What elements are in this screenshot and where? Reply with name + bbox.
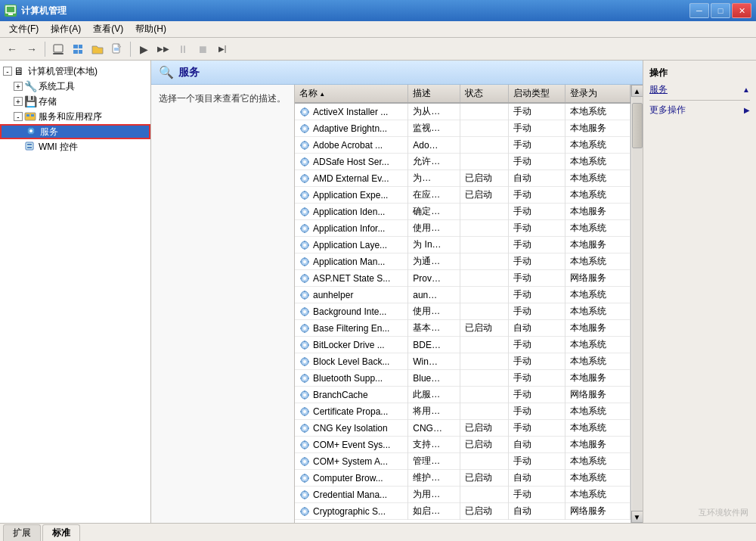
more-actions[interactable]: 更多操作 ▶ [649,104,750,117]
expand-system-tools[interactable]: + [14,82,23,91]
new-button[interactable] [108,40,126,58]
svg-point-150 [303,460,306,463]
storage-icon: 💾 [24,95,36,107]
watermark: 互环境软件网 [699,507,748,518]
table-row[interactable]: Application Expe... 在应… 已启动 手动 本地系统 [295,187,631,204]
restart-button[interactable]: ▶| [213,40,231,58]
table-row[interactable]: Certificate Propa... 将用… 手动 本地系统 [295,403,631,420]
svc-startup: 手动 [508,137,565,154]
svc-status: 已启动 [460,470,508,487]
table-row[interactable]: Background Inte... 使用… 手动 本地系统 [295,303,631,320]
menu-file[interactable]: 文件(F) [3,21,45,37]
col-header-startup[interactable]: 启动类型 [508,85,565,103]
expand-root[interactable]: - [3,67,12,76]
show-button[interactable] [69,40,87,58]
tree-item-services[interactable]: 服务 [0,124,150,139]
menu-bar: 文件(F) 操作(A) 查看(V) 帮助(H) [0,21,756,38]
minimize-button[interactable]: ─ [689,3,709,18]
table-row[interactable]: COM+ Event Sys... 支持… 已启动 自动 本地服务 [295,437,631,453]
play-button[interactable]: ▶ [135,40,153,58]
tree-item-system-tools[interactable]: + 🔧 系统工具 [0,79,150,94]
table-row[interactable]: ASP.NET State S... Prov… 手动 网络服务 [295,270,631,287]
menu-action[interactable]: 操作(A) [45,21,87,37]
table-row[interactable]: Application Iden... 确定… 手动 本地服务 [295,204,631,220]
table-row[interactable]: BitLocker Drive ... BDE… 手动 本地系统 [295,337,631,353]
tree-item-services-apps[interactable]: - 服务和应用程序 [0,109,150,124]
svc-name: Application Infor... [313,223,385,234]
table-row[interactable]: Cryptographic S... 如启… 已启动 自动 网络服务 [295,503,631,520]
service-icon [299,306,310,317]
col-header-login[interactable]: 登录为 [565,85,630,103]
tree-item-wmi[interactable]: WMI 控件 [0,139,150,154]
table-row[interactable]: Application Infor... 使用… 手动 本地系统 [295,220,631,237]
services-list-area: 选择一个项目来查看它的描述。 名称 描述 状态 启动类型 登录为 [151,85,643,523]
expand-services-apps[interactable]: - [14,112,23,121]
svc-desc: 支持… [408,437,460,453]
tab-expand[interactable]: 扩展 [3,524,41,541]
col-header-desc[interactable]: 描述 [408,85,460,103]
svg-point-126 [303,393,306,396]
scroll-down-arrow[interactable]: ▼ [631,511,643,523]
service-icon [299,423,310,434]
table-row[interactable]: CNG Key Isolation CNG… 已启动 手动 本地系统 [295,420,631,437]
svc-desc: Blue… [408,370,460,387]
stop-button[interactable]: ⏹ [194,40,212,58]
expand-storage[interactable]: + [14,97,23,106]
up-button[interactable] [49,40,67,58]
svc-status [460,103,508,120]
svg-point-72 [303,244,306,247]
pause-button[interactable]: ⏸ [174,40,192,58]
service-icon [299,190,310,201]
table-row[interactable]: COM+ System A... 管理… 手动 本地系统 [295,453,631,470]
menu-help[interactable]: 帮助(H) [129,21,172,37]
table-row[interactable]: AMD External Ev... 为… 已启动 自动 本地系统 [295,170,631,187]
svc-name-cell: Background Inte... [295,303,408,320]
folder-button[interactable] [88,40,107,58]
play2-button[interactable]: ▶▶ [154,40,172,58]
table-row[interactable]: aunhelper aun… 手动 本地系统 [295,287,631,303]
menu-view[interactable]: 查看(V) [87,21,129,37]
service-icon [299,223,310,234]
maximize-button[interactable]: □ [711,3,730,18]
window-title: 计算机管理 [21,5,689,17]
svc-login: 本地服务 [565,237,630,253]
back-button[interactable]: ← [3,40,21,58]
svc-name-cell: BranchCache [295,387,408,403]
table-row[interactable]: Base Filtering En... 基本… 已启动 自动 本地服务 [295,320,631,337]
table-row[interactable]: ActiveX Installer ... 为从… 手动 本地系统 [295,103,631,120]
svc-name-cell: AMD External Ev... [295,170,408,187]
tab-standard[interactable]: 标准 [42,524,80,541]
table-row[interactable]: ADSafe Host Ser... 允许… 手动 本地系统 [295,154,631,170]
svc-desc: 确定… [408,204,460,220]
table-row[interactable]: Computer Brow... 维护… 已启动 自动 本地系统 [295,470,631,487]
scroll-up-arrow[interactable]: ▲ [631,85,643,97]
tree-item-storage[interactable]: + 💾 存储 [0,94,150,109]
table-row[interactable]: Credential Mana... 为用… 手动 本地系统 [295,487,631,503]
col-header-status[interactable]: 状态 [460,85,508,103]
col-header-name[interactable]: 名称 [295,85,408,103]
svg-point-78 [303,260,306,263]
table-row[interactable]: Application Man... 为通… 手动 本地系统 [295,253,631,270]
window-controls: ─ □ ✕ [689,3,751,18]
table-row[interactable]: Application Laye... 为 In… 手动 本地服务 [295,237,631,253]
actions-panel: 操作 服务 ▲ 更多操作 ▶ [643,61,756,523]
table-row[interactable]: Bluetooth Supp... Blue… 手动 本地服务 [295,370,631,387]
services-table-wrapper[interactable]: 名称 描述 状态 启动类型 登录为 [295,85,631,523]
svc-startup: 手动 [508,453,565,470]
svg-rect-2 [54,45,63,52]
tree-item-root[interactable]: - 🖥 计算机管理(本地) [0,64,150,79]
svc-startup: 自动 [508,470,565,487]
table-row[interactable]: Adaptive Brightn... 监视… 手动 本地服务 [295,120,631,137]
scroll-thumb[interactable] [632,103,643,148]
svg-rect-20 [26,142,33,150]
table-row[interactable]: BranchCache 此服… 手动 网络服务 [295,387,631,403]
svc-login: 本地系统 [565,470,630,487]
table-row[interactable]: Adobe Acrobat ... Ado… 手动 本地系统 [295,137,631,154]
table-row[interactable]: Block Level Back... Win… 手动 本地系统 [295,353,631,370]
scroll-track[interactable] [632,97,643,511]
close-button[interactable]: ✕ [732,3,751,18]
forward-button[interactable]: → [23,40,41,58]
svg-rect-13 [31,114,34,117]
svc-desc: 在应… [408,187,460,204]
scrollbar[interactable]: ▲ ▼ [631,85,643,523]
